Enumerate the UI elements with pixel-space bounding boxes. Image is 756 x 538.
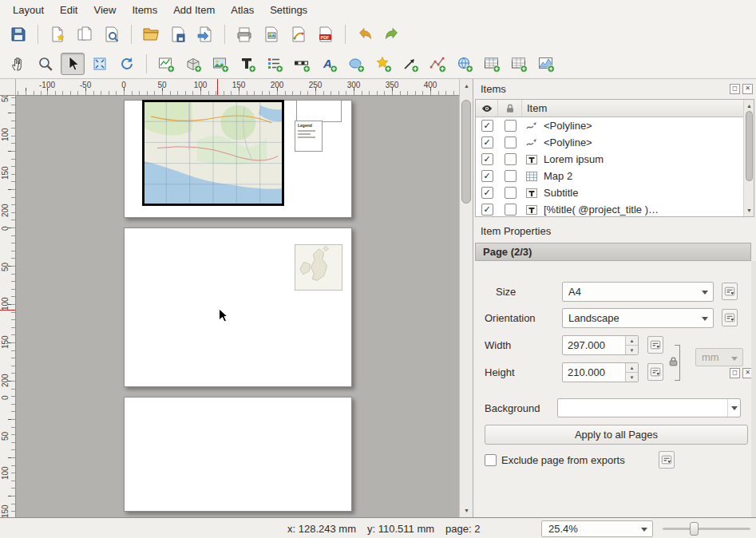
scrollbar-thumb[interactable] [461,100,471,204]
items-row[interactable]: Lorem ipsum [476,151,743,168]
empty-label-item[interactable] [296,100,342,122]
add-3d-map-button[interactable] [181,53,205,75]
items-row[interactable]: [%title( @project_title )… [476,201,743,216]
map-item[interactable] [142,100,284,206]
export-pdf-button[interactable]: PDF [314,23,338,45]
lock-checkbox[interactable] [505,153,517,165]
data-defined-override-button[interactable] [647,336,663,354]
undo-button[interactable] [353,23,377,45]
pan-button[interactable] [6,53,30,75]
menu-item-layout[interactable]: Layout [5,2,52,18]
menu-item-add-item[interactable]: Add Item [165,2,223,18]
zoom-full-button[interactable] [88,53,112,75]
redo-button[interactable] [380,23,404,45]
add-elevation-profile-button[interactable] [534,53,558,75]
items-row[interactable]: <Polyline> [476,117,743,134]
add-marker-button[interactable] [371,53,395,75]
layout-page-3[interactable] [124,397,352,512]
add-map-button[interactable] [154,53,178,75]
add-attribute-table-button[interactable] [480,53,504,75]
export-image-button[interactable] [259,23,283,45]
layout-page-1[interactable]: Legend [124,100,352,218]
lock-checkbox[interactable] [505,136,517,148]
save-as-template-button[interactable] [166,23,190,45]
data-defined-override-button[interactable] [722,309,738,326]
add-scalebar-button[interactable] [290,53,314,75]
height-input[interactable] [568,365,617,380]
background-color-dropdown[interactable] [727,399,740,417]
lock-ratio-icon[interactable] [668,356,679,366]
visibility-checkbox[interactable] [481,153,493,165]
menu-item-settings[interactable]: Settings [262,2,315,18]
apply-to-all-pages-button[interactable]: Apply to all Pages [485,425,748,445]
close-panel-button[interactable]: ✕ [742,84,753,94]
new-layout-button[interactable] [46,23,69,45]
spin-down-button[interactable]: ▼ [626,346,638,354]
data-defined-override-button[interactable] [647,363,663,381]
picture-map-item[interactable] [295,244,342,291]
lock-checkbox[interactable] [505,120,517,132]
orientation-combobox[interactable]: Landscape [562,308,714,328]
add-arrow-button[interactable] [398,53,422,75]
select-move-item-button[interactable] [61,53,85,75]
print-button[interactable] [232,23,256,45]
layout-page-2[interactable] [124,227,352,387]
visibility-checkbox[interactable] [481,136,493,148]
add-legend-button[interactable] [263,53,287,75]
float-panel-button[interactable]: ◻ [730,368,740,378]
add-picture-button[interactable] [208,53,232,75]
spin-up-button[interactable]: ▲ [626,336,638,346]
lock-checkbox[interactable] [505,170,517,182]
menu-item-items[interactable]: Items [124,2,165,18]
layout-manager-button[interactable] [100,23,124,45]
menu-item-view[interactable]: View [85,2,124,18]
zoom-slider-track[interactable] [663,528,750,530]
items-list-scrollbar[interactable]: ▲ ▼ [743,100,754,216]
visibility-checkbox[interactable] [481,204,493,216]
background-color-button[interactable] [557,398,741,417]
float-panel-button[interactable]: ◻ [730,84,740,94]
menu-item-edit[interactable]: Edit [52,2,85,18]
width-input[interactable] [568,338,617,353]
export-svg-button[interactable] [287,23,311,45]
canvas-vertical-scrollbar[interactable]: ▲ ▼ [459,79,473,517]
items-row[interactable]: Map 2 [476,168,743,184]
spin-down-button[interactable]: ▼ [626,373,638,382]
visibility-checkbox[interactable] [481,170,493,182]
scroll-down-arrow[interactable]: ▼ [745,204,754,216]
spin-up-button[interactable]: ▲ [626,363,638,373]
items-row[interactable]: <Polyline> [476,134,743,151]
add-items-from-template-button[interactable] [193,23,217,45]
data-defined-override-button[interactable] [722,283,738,300]
visibility-checkbox[interactable] [481,120,493,132]
scroll-up-arrow[interactable]: ▲ [745,100,754,112]
save-button[interactable] [6,23,30,45]
duplicate-layout-button[interactable] [73,23,97,45]
add-label-button[interactable] [236,53,259,75]
scroll-down-arrow[interactable]: ▼ [461,504,473,516]
visibility-checkbox[interactable] [481,187,493,199]
legend-item[interactable]: Legend [295,121,323,152]
data-defined-override-button[interactable] [659,451,675,469]
open-button[interactable] [139,23,163,45]
scroll-up-arrow[interactable]: ▲ [461,80,473,92]
zoom-combobox[interactable]: 25.4% [541,520,653,537]
lock-checkbox[interactable] [505,204,517,216]
open-folder-icon [142,26,160,43]
properties-scrollbar-track[interactable] [751,261,756,517]
zoom-button[interactable] [34,53,57,75]
add-shape-button[interactable] [344,53,368,75]
add-dynamic-text-button[interactable]: A [317,53,341,75]
zoom-slider-thumb[interactable] [690,522,699,536]
layout-viewport[interactable]: Legend [16,96,459,517]
menu-item-atlas[interactable]: Atlas [223,2,262,18]
exclude-page-checkbox[interactable] [485,454,497,466]
add-fixed-table-button[interactable] [507,53,531,75]
add-node-item-button[interactable] [425,53,449,75]
lock-checkbox[interactable] [505,187,517,199]
add-html-button[interactable] [453,53,477,75]
refresh-view-button[interactable] [115,53,139,75]
items-row[interactable]: Subtitle [476,184,743,201]
scrollbar-thumb[interactable] [746,111,753,181]
size-combobox[interactable]: A4 [562,282,714,302]
